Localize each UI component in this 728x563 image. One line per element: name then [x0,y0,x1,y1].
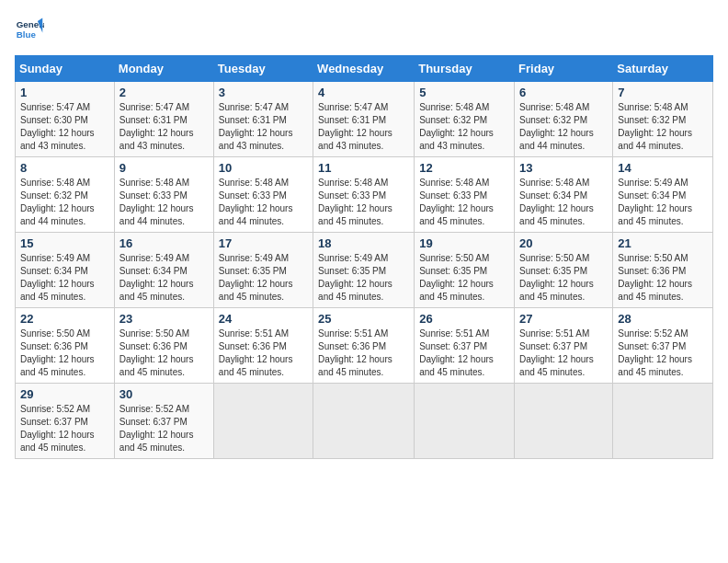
table-row: 29Sunrise: 5:52 AMSunset: 6:37 PMDayligh… [16,384,115,459]
calendar-header-row: Sunday Monday Tuesday Wednesday Thursday… [16,56,713,82]
table-row: 27Sunrise: 5:51 AMSunset: 6:37 PMDayligh… [515,308,613,384]
day-info: Sunrise: 5:48 AMSunset: 6:32 PMDaylight:… [618,101,708,153]
day-info: Sunrise: 5:49 AMSunset: 6:34 PMDaylight:… [618,177,708,228]
day-info: Sunrise: 5:51 AMSunset: 6:37 PMDaylight:… [519,327,608,379]
day-info: Sunrise: 5:48 AMSunset: 6:34 PMDaylight:… [519,177,608,228]
table-row: 6Sunrise: 5:48 AMSunset: 6:32 PMDaylight… [515,82,613,157]
day-info: Sunrise: 5:48 AMSunset: 6:33 PMDaylight:… [219,177,308,228]
day-number: 20 [519,236,608,250]
day-info: Sunrise: 5:48 AMSunset: 6:33 PMDaylight:… [419,177,509,228]
logo-icon: General Blue [15,15,44,44]
table-row: 23Sunrise: 5:50 AMSunset: 6:36 PMDayligh… [114,308,213,384]
day-number: 13 [519,161,608,175]
day-number: 6 [519,86,608,99]
calendar-week-row: 15Sunrise: 5:49 AMSunset: 6:34 PMDayligh… [16,233,713,308]
day-number: 16 [119,236,209,250]
day-info: Sunrise: 5:47 AMSunset: 6:30 PMDaylight:… [20,101,109,153]
day-number: 18 [318,236,409,250]
page-header: General Blue [15,15,713,44]
col-tuesday: Tuesday [213,56,313,82]
calendar-week-row: 1Sunrise: 5:47 AMSunset: 6:30 PMDaylight… [16,82,713,157]
day-info: Sunrise: 5:50 AMSunset: 6:35 PMDaylight:… [519,252,608,304]
table-row: 10Sunrise: 5:48 AMSunset: 6:33 PMDayligh… [213,157,313,233]
day-info: Sunrise: 5:49 AMSunset: 6:35 PMDaylight:… [318,252,409,304]
day-number: 14 [618,161,708,175]
day-info: Sunrise: 5:50 AMSunset: 6:36 PMDaylight:… [618,252,708,304]
table-row: 2Sunrise: 5:47 AMSunset: 6:31 PMDaylight… [114,82,213,157]
day-number: 1 [20,86,109,99]
day-info: Sunrise: 5:50 AMSunset: 6:35 PMDaylight:… [419,252,509,304]
day-info: Sunrise: 5:51 AMSunset: 6:36 PMDaylight:… [318,327,409,379]
day-number: 22 [20,312,109,326]
table-row [313,384,415,459]
col-wednesday: Wednesday [313,56,415,82]
day-info: Sunrise: 5:47 AMSunset: 6:31 PMDaylight:… [119,101,209,153]
table-row [415,384,515,459]
table-row: 5Sunrise: 5:48 AMSunset: 6:32 PMDaylight… [415,82,515,157]
day-info: Sunrise: 5:47 AMSunset: 6:31 PMDaylight:… [318,101,409,153]
table-row: 19Sunrise: 5:50 AMSunset: 6:35 PMDayligh… [415,233,515,308]
table-row: 21Sunrise: 5:50 AMSunset: 6:36 PMDayligh… [613,233,713,308]
day-info: Sunrise: 5:51 AMSunset: 6:37 PMDaylight:… [419,327,509,379]
day-info: Sunrise: 5:51 AMSunset: 6:36 PMDaylight:… [219,327,308,379]
day-info: Sunrise: 5:48 AMSunset: 6:32 PMDaylight:… [519,101,608,153]
table-row: 3Sunrise: 5:47 AMSunset: 6:31 PMDaylight… [213,82,313,157]
day-number: 10 [219,161,308,175]
day-info: Sunrise: 5:47 AMSunset: 6:31 PMDaylight:… [219,101,308,153]
day-number: 24 [219,312,308,326]
day-number: 12 [419,161,509,175]
day-number: 21 [618,236,708,250]
day-number: 8 [20,161,109,175]
day-info: Sunrise: 5:48 AMSunset: 6:33 PMDaylight:… [318,177,409,228]
table-row: 26Sunrise: 5:51 AMSunset: 6:37 PMDayligh… [415,308,515,384]
table-row: 12Sunrise: 5:48 AMSunset: 6:33 PMDayligh… [415,157,515,233]
table-row: 11Sunrise: 5:48 AMSunset: 6:33 PMDayligh… [313,157,415,233]
day-number: 7 [618,86,708,99]
table-row: 25Sunrise: 5:51 AMSunset: 6:36 PMDayligh… [313,308,415,384]
day-info: Sunrise: 5:48 AMSunset: 6:32 PMDaylight:… [419,101,509,153]
table-row: 13Sunrise: 5:48 AMSunset: 6:34 PMDayligh… [515,157,613,233]
day-info: Sunrise: 5:49 AMSunset: 6:35 PMDaylight:… [219,252,308,304]
day-number: 25 [318,312,409,326]
calendar-week-row: 29Sunrise: 5:52 AMSunset: 6:37 PMDayligh… [16,384,713,459]
table-row: 20Sunrise: 5:50 AMSunset: 6:35 PMDayligh… [515,233,613,308]
table-row: 7Sunrise: 5:48 AMSunset: 6:32 PMDaylight… [613,82,713,157]
table-row: 22Sunrise: 5:50 AMSunset: 6:36 PMDayligh… [16,308,115,384]
day-info: Sunrise: 5:49 AMSunset: 6:34 PMDaylight:… [119,252,209,304]
svg-text:Blue: Blue [17,29,37,40]
day-number: 19 [419,236,509,250]
day-number: 9 [119,161,209,175]
day-info: Sunrise: 5:50 AMSunset: 6:36 PMDaylight:… [20,327,109,379]
day-info: Sunrise: 5:48 AMSunset: 6:33 PMDaylight:… [119,177,209,228]
table-row: 8Sunrise: 5:48 AMSunset: 6:32 PMDaylight… [16,157,115,233]
table-row: 14Sunrise: 5:49 AMSunset: 6:34 PMDayligh… [613,157,713,233]
day-info: Sunrise: 5:49 AMSunset: 6:34 PMDaylight:… [20,252,109,304]
day-number: 29 [20,387,109,401]
table-row: 9Sunrise: 5:48 AMSunset: 6:33 PMDaylight… [114,157,213,233]
day-number: 28 [618,312,708,326]
calendar-week-row: 22Sunrise: 5:50 AMSunset: 6:36 PMDayligh… [16,308,713,384]
table-row: 28Sunrise: 5:52 AMSunset: 6:37 PMDayligh… [613,308,713,384]
day-number: 3 [219,86,308,99]
day-number: 30 [119,387,209,401]
day-info: Sunrise: 5:52 AMSunset: 6:37 PMDaylight:… [618,327,708,379]
logo: General Blue [15,15,44,44]
table-row [613,384,713,459]
calendar-week-row: 8Sunrise: 5:48 AMSunset: 6:32 PMDaylight… [16,157,713,233]
col-sunday: Sunday [16,56,115,82]
day-number: 5 [419,86,509,99]
day-info: Sunrise: 5:52 AMSunset: 6:37 PMDaylight:… [20,403,109,454]
day-number: 15 [20,236,109,250]
col-friday: Friday [515,56,613,82]
day-number: 27 [519,312,608,326]
col-monday: Monday [114,56,213,82]
day-number: 11 [318,161,409,175]
table-row: 15Sunrise: 5:49 AMSunset: 6:34 PMDayligh… [16,233,115,308]
calendar-table: Sunday Monday Tuesday Wednesday Thursday… [15,55,713,459]
day-number: 26 [419,312,509,326]
col-thursday: Thursday [415,56,515,82]
table-row: 30Sunrise: 5:52 AMSunset: 6:37 PMDayligh… [114,384,213,459]
table-row: 18Sunrise: 5:49 AMSunset: 6:35 PMDayligh… [313,233,415,308]
day-info: Sunrise: 5:48 AMSunset: 6:32 PMDaylight:… [20,177,109,228]
day-info: Sunrise: 5:50 AMSunset: 6:36 PMDaylight:… [119,327,209,379]
